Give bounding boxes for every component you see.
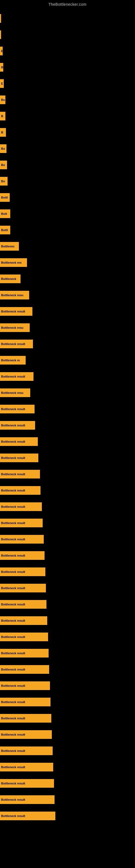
bar-label: Bottleneck result bbox=[1, 701, 25, 704]
bar: Bottleneck result bbox=[0, 584, 46, 592]
bar-row: Bottleneck result bbox=[0, 564, 135, 580]
bar: Bottl bbox=[0, 226, 10, 235]
bar-label: Bottleneck result bbox=[1, 521, 25, 525]
bar: Bottleneck result bbox=[0, 795, 54, 804]
bar-row: Bottleneck result bbox=[0, 368, 135, 384]
bar-label: Bottleneck resu bbox=[1, 326, 24, 329]
bar-row: B bbox=[0, 59, 135, 75]
bar: Bottlenec bbox=[0, 242, 19, 251]
bar: B bbox=[0, 63, 3, 72]
bar-label: Bottleneck re bbox=[1, 359, 20, 362]
bar-label: Bottleneck result bbox=[1, 456, 25, 460]
bar-label: Bottleneck result bbox=[1, 554, 25, 557]
bar-label: Bottleneck result bbox=[1, 407, 25, 411]
bar: Bo bbox=[0, 161, 7, 169]
bar-label: Bo bbox=[1, 163, 5, 166]
bar-row: Bottleneck result bbox=[0, 450, 135, 466]
bar-row: Bottleneck result bbox=[0, 547, 135, 564]
bar-label: Bottleneck result bbox=[1, 538, 25, 541]
bar-row: Bottleneck result bbox=[0, 303, 135, 319]
bar: Bottleneck result bbox=[0, 698, 50, 706]
bar-row: Bottleneck result bbox=[0, 792, 135, 808]
bar-label: Bottleneck result bbox=[1, 635, 25, 639]
site-title: TheBottlenecker.com bbox=[0, 0, 135, 8]
bar: Bottleneck result bbox=[0, 470, 40, 478]
bar: Bottleneck resu bbox=[0, 323, 30, 332]
bar: Bottleneck result bbox=[0, 502, 42, 511]
bar: Bottleneck result bbox=[0, 714, 51, 723]
bar-row: Bottleneck res bbox=[0, 254, 135, 271]
bar-label: Bottleneck result bbox=[1, 310, 25, 313]
bars-container: EBEBoBBBoBoBoBottlBottBottlBottlenecBott… bbox=[0, 8, 135, 824]
bar-label: Bottleneck resu bbox=[1, 391, 24, 394]
bar-label: E bbox=[1, 50, 3, 53]
bar-label: Bottleneck result bbox=[1, 733, 25, 736]
bar-row: Bottleneck result bbox=[0, 401, 135, 417]
bar-label: Bottleneck result bbox=[1, 684, 25, 687]
bar-label: Bott bbox=[1, 212, 7, 215]
bar-row: Bottleneck result bbox=[0, 515, 135, 531]
bar-row: Bottleneck result bbox=[0, 759, 135, 775]
bar: Bottleneck result bbox=[0, 763, 53, 771]
bar: Bottleneck result bbox=[0, 812, 55, 820]
bar-row: Bottleneck result bbox=[0, 808, 135, 824]
bar: Bott bbox=[0, 209, 10, 218]
bar-label: Bottl bbox=[1, 196, 8, 199]
bar-row: E bbox=[0, 75, 135, 92]
bar: Bottleneck result bbox=[0, 616, 47, 625]
bar-row: Bottlenec bbox=[0, 238, 135, 254]
bar-label: Bo bbox=[1, 180, 5, 183]
bar-row: Bo bbox=[0, 92, 135, 108]
bar-row: B bbox=[0, 124, 135, 141]
bar: Bottleneck result bbox=[0, 405, 35, 413]
bar: B bbox=[0, 112, 5, 120]
bar: Bottleneck result bbox=[0, 519, 43, 527]
bar: Bottleneck result bbox=[0, 454, 38, 462]
bar-row: Bottleneck result bbox=[0, 580, 135, 596]
bar: Bo bbox=[0, 177, 8, 186]
bar-label: Bottleneck result bbox=[1, 440, 25, 443]
bar-label: Bottleneck result bbox=[1, 668, 25, 671]
bar-row: Bottleneck result bbox=[0, 775, 135, 792]
bar-label: Bottleneck result bbox=[1, 424, 25, 427]
bar-label: Bottl bbox=[1, 228, 8, 231]
bar-row: B bbox=[0, 108, 135, 124]
bar-row: Bottleneck re bbox=[0, 352, 135, 368]
bar-label: Bottleneck result bbox=[1, 798, 25, 801]
bar-label: B bbox=[1, 115, 3, 118]
bar-label: E bbox=[1, 82, 3, 85]
bar: Bottleneck re bbox=[0, 356, 26, 365]
bar-label: Bottlenec bbox=[1, 245, 14, 248]
bar: Bottleneck result bbox=[0, 340, 33, 348]
bar-row: Bottleneck result bbox=[0, 710, 135, 726]
bar: Bottleneck result bbox=[0, 535, 44, 544]
bar bbox=[0, 30, 1, 39]
bar: Bottleneck result bbox=[0, 665, 49, 674]
bar-label: Bottleneck result bbox=[1, 472, 25, 476]
bar: Bottleneck result bbox=[0, 486, 41, 495]
bar: B bbox=[0, 128, 6, 137]
bar-row: Bo bbox=[0, 141, 135, 157]
bar-row: Bo bbox=[0, 157, 135, 173]
bar bbox=[0, 14, 1, 23]
bar-row: Bottleneck resu bbox=[0, 287, 135, 303]
bar: Bottleneck result bbox=[0, 681, 50, 690]
bar-label: Bottleneck result bbox=[1, 586, 25, 590]
bar: E bbox=[0, 79, 4, 88]
bar-row: E bbox=[0, 43, 135, 59]
bar-row: Bottleneck result bbox=[0, 694, 135, 710]
bar-row: Bottleneck result bbox=[0, 466, 135, 482]
bar-label: Bottleneck result bbox=[1, 749, 25, 752]
bar-row: Bottleneck result bbox=[0, 499, 135, 515]
bar-row: Bottleneck result bbox=[0, 613, 135, 629]
bar-label: Bottleneck resu bbox=[1, 293, 24, 297]
bar-row: Bottleneck result bbox=[0, 433, 135, 450]
bar-row: Bott bbox=[0, 206, 135, 222]
bar: E bbox=[0, 46, 3, 55]
bar-label: Bottleneck bbox=[1, 277, 16, 280]
bar: Bo bbox=[0, 95, 5, 104]
bar-row: Bottleneck result bbox=[0, 417, 135, 433]
bar-row: Bottl bbox=[0, 222, 135, 238]
bar-row bbox=[0, 10, 135, 27]
bar: Bottleneck result bbox=[0, 649, 49, 657]
